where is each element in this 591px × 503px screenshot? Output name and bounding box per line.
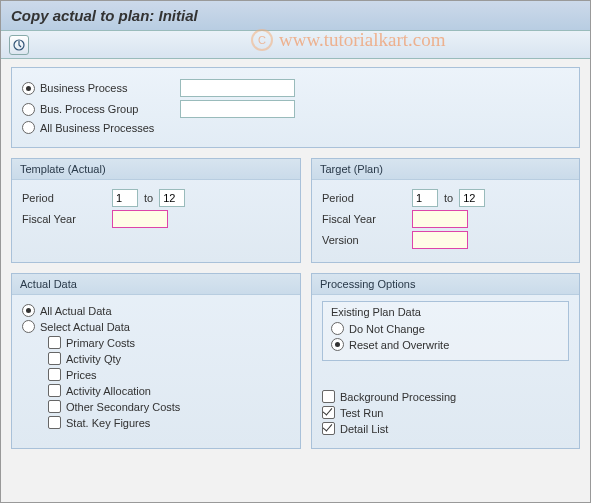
- label-detail-list: Detail List: [340, 423, 388, 435]
- check-detail-list[interactable]: [322, 422, 335, 435]
- label-do-not-change: Do Not Change: [349, 323, 425, 335]
- radio-bus-process-group[interactable]: [22, 103, 35, 116]
- label-template-period: Period: [22, 192, 112, 204]
- label-test-run: Test Run: [340, 407, 383, 419]
- radio-select-actual-data[interactable]: [22, 320, 35, 333]
- check-test-run[interactable]: [322, 406, 335, 419]
- label-target-version: Version: [322, 234, 412, 246]
- group-template-title: Template (Actual): [12, 159, 300, 180]
- toolbar: [1, 31, 590, 59]
- label-background-processing: Background Processing: [340, 391, 456, 403]
- input-template-period-to[interactable]: [159, 189, 185, 207]
- window-title: Copy actual to plan: Initial: [1, 1, 590, 31]
- group-template-actual: Template (Actual) Period to Fiscal Year: [11, 158, 301, 263]
- group-processing-title: Processing Options: [312, 274, 579, 295]
- label-target-period: Period: [322, 192, 412, 204]
- input-template-fiscal-year[interactable]: [112, 210, 168, 228]
- label-primary-costs: Primary Costs: [66, 337, 135, 349]
- check-activity-qty[interactable]: [48, 352, 61, 365]
- group-actual-data: Actual Data All Actual Data Select Actua…: [11, 273, 301, 449]
- label-activity-allocation: Activity Allocation: [66, 385, 151, 397]
- input-target-fiscal-year[interactable]: [412, 210, 468, 228]
- label-existing-plan-data: Existing Plan Data: [331, 306, 560, 318]
- label-all-actual-data: All Actual Data: [40, 305, 112, 317]
- label-prices: Prices: [66, 369, 97, 381]
- group-processing-options: Processing Options Existing Plan Data Do…: [311, 273, 580, 449]
- label-business-process: Business Process: [40, 82, 180, 94]
- radio-reset-overwrite[interactable]: [331, 338, 344, 351]
- check-prices[interactable]: [48, 368, 61, 381]
- input-bus-process-group[interactable]: [180, 100, 295, 118]
- label-activity-qty: Activity Qty: [66, 353, 121, 365]
- input-business-process[interactable]: [180, 79, 295, 97]
- label-all-business-processes: All Business Processes: [40, 122, 180, 134]
- group-actual-title: Actual Data: [12, 274, 300, 295]
- label-target-fiscal-year: Fiscal Year: [322, 213, 412, 225]
- frame-existing-plan-data: Existing Plan Data Do Not Change Reset a…: [322, 301, 569, 361]
- group-target-plan: Target (Plan) Period to Fiscal Year Vers…: [311, 158, 580, 263]
- input-target-period-to[interactable]: [459, 189, 485, 207]
- label-template-to: to: [144, 192, 153, 204]
- label-select-actual-data: Select Actual Data: [40, 321, 130, 333]
- execute-icon: [13, 39, 25, 51]
- check-stat-key[interactable]: [48, 416, 61, 429]
- radio-all-actual-data[interactable]: [22, 304, 35, 317]
- selection-block: Business Process Bus. Process Group All …: [11, 67, 580, 148]
- label-reset-overwrite: Reset and Overwrite: [349, 339, 449, 351]
- radio-all-business-processes[interactable]: [22, 121, 35, 134]
- label-other-secondary: Other Secondary Costs: [66, 401, 180, 413]
- label-bus-process-group: Bus. Process Group: [40, 103, 180, 115]
- check-activity-allocation[interactable]: [48, 384, 61, 397]
- group-target-title: Target (Plan): [312, 159, 579, 180]
- label-stat-key: Stat. Key Figures: [66, 417, 150, 429]
- execute-button[interactable]: [9, 35, 29, 55]
- input-template-period-from[interactable]: [112, 189, 138, 207]
- check-background-processing[interactable]: [322, 390, 335, 403]
- radio-business-process[interactable]: [22, 82, 35, 95]
- label-target-to: to: [444, 192, 453, 204]
- check-other-secondary[interactable]: [48, 400, 61, 413]
- input-target-period-from[interactable]: [412, 189, 438, 207]
- input-target-version[interactable]: [412, 231, 468, 249]
- label-template-fiscal-year: Fiscal Year: [22, 213, 112, 225]
- radio-do-not-change[interactable]: [331, 322, 344, 335]
- check-primary-costs[interactable]: [48, 336, 61, 349]
